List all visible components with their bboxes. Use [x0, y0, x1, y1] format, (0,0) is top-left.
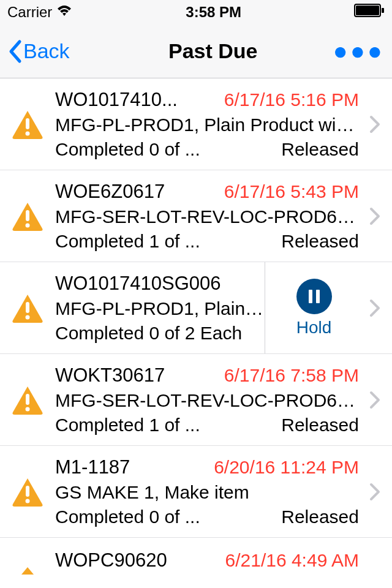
- chevron-left-icon: [7, 39, 22, 64]
- chevron-right-icon: [363, 483, 387, 501]
- progress-label: Completed 1 of ...: [55, 415, 200, 435]
- product-description: MFG-SER-LOT-REV-LOC-PROD6, P...: [55, 390, 359, 411]
- chevron-right-icon: [363, 299, 387, 317]
- svg-rect-1: [356, 6, 379, 15]
- nav-bar: Back Past Due ●●●: [0, 24, 392, 78]
- progress-label: Completed 0 of 2 Each: [55, 323, 242, 344]
- work-order-id: WOE6Z0617: [55, 181, 165, 203]
- carrier-label: Carrier: [7, 4, 52, 21]
- svg-rect-11: [26, 486, 29, 497]
- progress-label: Completed 0 of ...: [55, 139, 200, 160]
- more-button[interactable]: ●●●: [333, 37, 385, 65]
- status-label: Released: [281, 231, 359, 252]
- progress-label: Completed 1 of ...: [55, 231, 200, 252]
- warning-icon: [0, 110, 55, 139]
- due-date: 6/20/16 11:24 PM: [214, 457, 359, 478]
- work-order-id: WO1017410SG006: [55, 273, 221, 295]
- list-item[interactable]: WOE6Z0617 6/17/16 5:43 PM MFG-SER-LOT-RE…: [0, 170, 392, 262]
- status-label: Released: [281, 139, 359, 160]
- svg-rect-9: [26, 394, 29, 405]
- row-content: M1-1187 6/20/16 11:24 PM GS MAKE 1, Make…: [55, 456, 363, 527]
- list-item[interactable]: WOKT30617 6/17/16 7:58 PM MFG-SER-LOT-RE…: [0, 354, 392, 446]
- page-title: Past Due: [93, 39, 333, 63]
- due-date: 6/17/16 7:58 PM: [224, 365, 359, 386]
- svg-rect-3: [26, 118, 29, 129]
- progress-label: Completed 0 of ...: [55, 507, 200, 527]
- work-order-list: WO1017410... 6/17/16 5:16 PM MFG-PL-PROD…: [0, 78, 392, 575]
- svg-point-6: [26, 223, 30, 227]
- svg-point-12: [26, 499, 30, 503]
- status-label: Released: [281, 507, 359, 527]
- due-date: 6/17/16 5:16 PM: [224, 89, 359, 110]
- row-content: WOKT30617 6/17/16 7:58 PM MFG-SER-LOT-RE…: [55, 364, 363, 435]
- svg-point-10: [26, 407, 30, 411]
- pause-icon: [296, 279, 332, 314]
- wifi-icon: [56, 4, 73, 21]
- row-content: WOE6Z0617 6/17/16 5:43 PM MFG-SER-LOT-RE…: [55, 181, 363, 252]
- hold-action-button[interactable]: Hold: [265, 262, 363, 353]
- hold-action-label: Hold: [296, 318, 332, 337]
- work-order-id: WOPC90620: [55, 549, 167, 571]
- status-right: [354, 4, 385, 21]
- work-order-id: WOKT30617: [55, 364, 165, 386]
- chevron-right-icon: [363, 115, 387, 134]
- svg-point-4: [26, 131, 30, 135]
- due-date: 6/21/16 4:49 AM: [225, 550, 360, 571]
- product-description: MFG-PL-PROD1, Plain Pro...: [55, 298, 265, 319]
- battery-icon: [354, 4, 385, 21]
- list-item[interactable]: M1-1187 6/20/16 11:24 PM GS MAKE 1, Make…: [0, 446, 392, 538]
- back-label: Back: [23, 39, 70, 63]
- svg-rect-7: [26, 302, 29, 313]
- list-item[interactable]: WOPC90620 6/21/16 4:49 AM: [0, 538, 392, 575]
- list-item[interactable]: WO1017410... 6/17/16 5:16 PM MFG-PL-PROD…: [0, 78, 392, 170]
- back-button[interactable]: Back: [7, 39, 93, 64]
- row-content: WOPC90620 6/21/16 4:49 AM: [55, 549, 363, 571]
- work-order-id: M1-1187: [55, 456, 130, 478]
- warning-icon: [0, 566, 55, 575]
- status-label: Released: [281, 415, 359, 435]
- warning-icon: [0, 385, 55, 415]
- due-date: 6/17/16 5:43 PM: [224, 181, 359, 202]
- work-order-id: WO1017410...: [55, 89, 178, 111]
- svg-rect-5: [26, 210, 29, 221]
- warning-icon: [0, 477, 55, 507]
- status-time: 3:58 PM: [186, 4, 241, 21]
- svg-point-8: [26, 315, 30, 319]
- chevron-right-icon: [363, 207, 387, 225]
- product-description: MFG-PL-PROD1, Plain Product with...: [55, 115, 359, 135]
- warning-icon: [0, 293, 55, 323]
- product-description: GS MAKE 1, Make item: [55, 482, 359, 503]
- row-content: WO1017410... 6/17/16 5:16 PM MFG-PL-PROD…: [55, 89, 363, 160]
- chevron-right-icon: [363, 391, 387, 409]
- list-item[interactable]: WO1017410SG006 MFG-PL-PROD1, Plain Pro..…: [0, 262, 392, 354]
- warning-icon: [0, 202, 55, 231]
- status-bar: Carrier 3:58 PM: [0, 0, 392, 24]
- svg-rect-2: [382, 8, 384, 13]
- status-left: Carrier: [7, 4, 73, 21]
- product-description: MFG-SER-LOT-REV-LOC-PROD6, P...: [55, 206, 359, 227]
- row-content: WO1017410SG006 MFG-PL-PROD1, Plain Pro..…: [55, 273, 265, 344]
